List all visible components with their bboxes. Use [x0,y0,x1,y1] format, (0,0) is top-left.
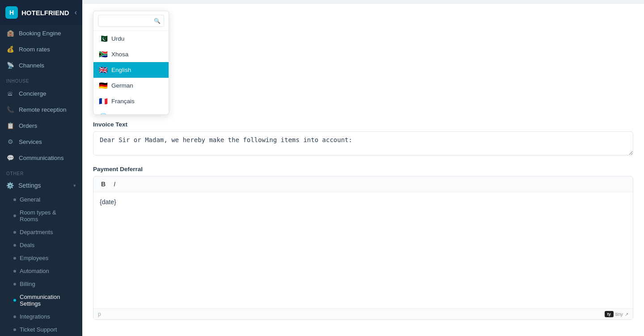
orders-icon: 📋 [6,122,14,130]
services-icon: ⚙ [6,138,14,146]
sidebar-item-settings[interactable]: ⚙️ Settings ▾ [0,178,82,193]
sub-item-dot [13,315,16,318]
tiny-logo-icon: ty [605,311,614,317]
sub-item-dot [13,328,16,331]
content-area: Invoice Text Dear Sir or Madam, we hereb… [82,121,644,336]
sidebar-sub-item-billing[interactable]: Billing [0,277,82,290]
sidebar-item-orders[interactable]: 📋 Orders [0,118,82,134]
sidebar-item-label: Booking Engine [19,30,61,37]
sidebar-sub-item-ticket-support[interactable]: Ticket Support [0,323,82,336]
sidebar: H HOTELFRIEND ‹ 🏨 Booking Engine 💰 Room … [0,0,82,336]
xhosa-flag-icon: 🇿🇦 [99,50,108,59]
language-option-label: Xhosa [111,51,128,58]
sidebar-sub-item-integrations[interactable]: Integrations [0,310,82,323]
sub-item-label: Employees [20,255,48,261]
rte-tag-indicator: p [98,311,101,317]
language-option-francais[interactable]: 🇫🇷 Français [93,93,169,109]
italic-button[interactable]: I [110,179,119,189]
settings-icon: ⚙️ [6,182,14,189]
urdu-flag-icon: 🇵🇰 [99,34,108,43]
sub-item-dot [13,244,16,247]
logo-icon: H [5,6,18,19]
francais-flag-icon: 🇫🇷 [99,97,108,105]
main-content: 🇬🇧 English ▾ 🔍 🇵🇰 Urdu 🇿🇦 Xhosa 🇬🇧 Engli… [82,0,644,336]
sub-item-label: Billing [20,281,35,287]
sub-item-label: Room types & Rooms [20,209,76,223]
bold-button[interactable]: B [98,179,109,189]
sidebar-logo: H HOTELFRIEND [5,6,69,19]
other-section-label: OTHER [0,166,82,178]
sub-item-dot [13,257,16,260]
sidebar-sub-item-employees[interactable]: Employees [0,252,82,265]
invoice-text-label: Invoice Text [93,121,633,128]
english-flag-icon: 🇬🇧 [99,66,108,74]
sub-item-dot [13,214,16,217]
settings-label: Settings [18,182,41,189]
language-dropdown: 🔍 🇵🇰 Urdu 🇿🇦 Xhosa 🇬🇧 English 🇩🇪 German … [93,11,169,115]
settings-arrow-icon: ▾ [73,183,76,189]
language-option-label: Français [111,98,135,105]
language-option-urdu[interactable]: 🇵🇰 Urdu [93,31,169,46]
sidebar-item-label: Concierge [19,90,47,97]
language-option-german[interactable]: 🇩🇪 German [93,78,169,93]
sidebar-item-label: Channels [19,62,44,69]
remote-reception-icon: 📞 [6,105,14,113]
sidebar-item-booking-engine[interactable]: 🏨 Booking Engine [0,25,82,41]
sidebar-item-services[interactable]: ⚙ Services [0,134,82,150]
language-option-xhosa[interactable]: 🇿🇦 Xhosa [93,46,169,62]
sub-item-label: Deals [20,242,34,248]
rte-date-placeholder: {date} [100,198,116,206]
concierge-icon: 🛎 [6,89,14,97]
language-option-label: English [111,67,131,73]
rte-content[interactable]: {date} [93,192,633,308]
sub-item-label: Departments [20,229,53,235]
sidebar-item-channels[interactable]: 📡 Channels [0,57,82,73]
sub-item-label: Ticket Support [20,326,57,333]
channels-icon: 📡 [6,61,14,69]
language-option-partial: 🌐 [93,109,169,114]
tiny-logo-label: tiny [615,311,623,317]
sidebar-sub-item-general[interactable]: General [0,193,82,206]
tiny-logo: ty tiny ↗ [605,311,628,317]
language-option-label: German [111,82,133,89]
sub-item-dot [13,270,16,273]
communications-icon: 💬 [6,154,14,162]
sub-item-dot [13,283,16,286]
tiny-external-link-icon: ↗ [625,312,628,317]
payment-deferral-section: Payment Deferral B I {date} p ty tiny ↗ [93,166,633,320]
rich-text-editor: B I {date} p ty tiny ↗ [93,176,633,320]
sidebar-item-communications[interactable]: 💬 Communications [0,150,82,166]
search-icon: 🔍 [154,18,161,24]
sidebar-item-label: Remote reception [19,106,67,113]
sub-item-dot-active [13,299,16,302]
german-flag-icon: 🇩🇪 [99,81,108,90]
sidebar-sub-item-automation[interactable]: Automation [0,265,82,277]
sidebar-sub-item-departments[interactable]: Departments [0,226,82,239]
sidebar-item-label: Orders [19,122,37,129]
language-option-english[interactable]: 🇬🇧 English [93,62,169,78]
rte-footer: p ty tiny ↗ [93,308,633,319]
sidebar-sub-item-room-types[interactable]: Room types & Rooms [0,206,82,226]
top-header [82,0,644,4]
rte-toolbar: B I [93,176,633,192]
logo-text: HOTELFRIEND [21,9,69,17]
room-rates-icon: 💰 [6,45,14,53]
sidebar-sub-item-deals[interactable]: Deals [0,239,82,252]
sidebar-sub-item-communication-settings[interactable]: Communication Settings [0,290,82,310]
language-selector-area: 🇬🇧 English ▾ 🔍 🇵🇰 Urdu 🇿🇦 Xhosa 🇬🇧 Engli… [82,4,644,27]
sidebar-collapse-button[interactable]: ‹ [75,8,77,17]
sub-item-label: Automation [20,268,49,274]
sub-item-label: Communication Settings [20,294,76,307]
sub-item-dot [13,231,16,234]
inhouse-section-label: INHOUSE [0,73,82,85]
sidebar-item-room-rates[interactable]: 💰 Room rates [0,41,82,57]
sidebar-item-concierge[interactable]: 🛎 Concierge [0,85,82,101]
sidebar-header: H HOTELFRIEND ‹ [0,0,82,25]
sub-item-label: General [20,196,40,203]
booking-engine-icon: 🏨 [6,29,14,37]
sidebar-item-label: Services [19,139,42,145]
sidebar-item-label: Room rates [19,46,50,53]
sidebar-item-remote-reception[interactable]: 📞 Remote reception [0,101,82,118]
sub-item-label: Integrations [20,313,50,320]
invoice-text-input[interactable]: Dear Sir or Madam, we hereby make the fo… [93,131,633,155]
